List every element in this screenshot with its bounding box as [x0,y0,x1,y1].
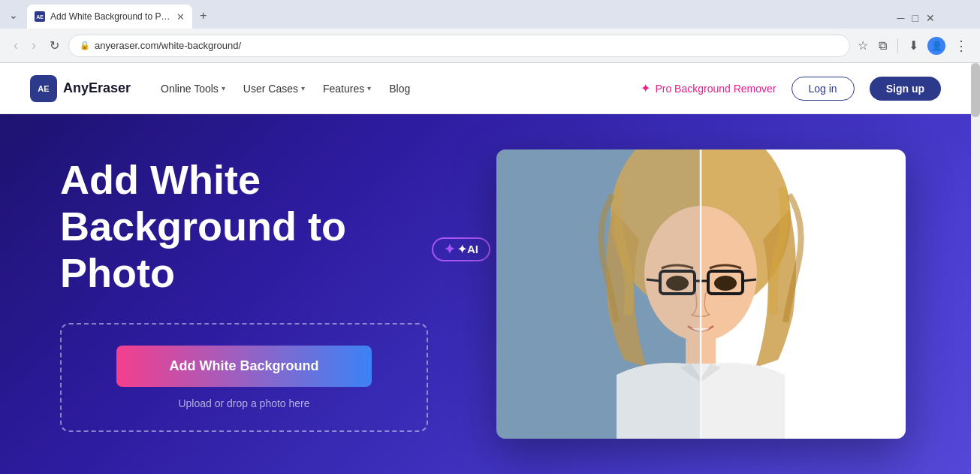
svg-point-12 [714,276,737,291]
address-lock-icon: 🔒 [80,41,90,50]
signup-btn[interactable]: Sign up [870,77,941,101]
page-wrapper: ⌄ AE Add White Background to Pho: ✕ + ─ … [0,0,980,474]
nav-user-cases[interactable]: User Cases ▾ [243,83,305,95]
chrome-menu-btn[interactable]: ⋮ [951,35,971,57]
svg-line-10 [743,279,756,281]
ai-badge: ✦ ✦AI [432,237,490,262]
scrollbar-thumb[interactable] [971,63,980,117]
forward-btn[interactable]: › [27,35,41,56]
upload-zone[interactable]: Add White Background Upload or drop a ph… [60,323,428,432]
pro-bg-remover-label: Pro Background Remover [655,83,776,95]
logo-icon: AE [30,75,57,102]
extensions-btn[interactable]: ⧉ [876,36,890,56]
new-tab-btn[interactable]: + [195,9,211,23]
tab-close-btn[interactable]: ✕ [176,11,185,23]
nav-online-tools[interactable]: Online Tools ▾ [161,83,225,95]
features-chevron-icon: ▾ [367,84,371,92]
online-tools-chevron-icon: ▾ [222,84,225,92]
tab-title: Add White Background to Pho: [50,11,170,22]
scrollbar-track [971,63,980,474]
pro-bg-remover-link[interactable]: ✦ Pro Background Remover [641,81,776,95]
add-white-bg-btn[interactable]: Add White Background [116,346,372,387]
nav-blog[interactable]: Blog [389,83,410,95]
user-cases-chevron-icon: ▾ [301,84,305,92]
hero-left: Add White Background to Photo ✦ ✦AI Add … [60,156,490,432]
hero-section: Add White Background to Photo ✦ ✦AI Add … [0,114,971,474]
hero-right [490,149,911,439]
window-minimize-btn[interactable]: ─ [897,12,905,24]
site-logo[interactable]: AE AnyEraser [30,75,131,102]
ai-badge-plus: ✦ [444,242,455,258]
tab-favicon: AE [35,11,45,22]
address-bar[interactable]: 🔒 anyeraser.com/white-background/ [68,35,850,57]
bookmark-btn[interactable]: ☆ [855,35,871,56]
reload-btn[interactable]: ↻ [45,35,64,56]
pro-bg-remover-icon: ✦ [641,81,650,95]
window-maximize-btn[interactable]: □ [912,12,918,24]
hero-title: Add White Background to Photo ✦ ✦AI [60,156,490,296]
nav-links: Online Tools ▾ User Cases ▾ Features ▾ B… [161,83,410,95]
window-close-btn[interactable]: ✕ [926,12,935,24]
comparison-image [496,149,906,439]
upload-hint: Upload or drop a photo here [178,397,309,409]
profile-btn[interactable]: 👤 [926,35,947,56]
tab-list-btn[interactable]: ⌄ [6,8,21,23]
nav-features[interactable]: Features ▾ [323,83,371,95]
active-tab[interactable]: AE Add White Background to Pho: ✕ [27,5,192,29]
site-content: AE AnyEraser Online Tools ▾ User Cases ▾… [0,63,971,474]
browser-chrome: ⌄ AE Add White Background to Pho: ✕ + ─ … [0,0,980,63]
login-btn[interactable]: Log in [792,77,855,101]
before-after-svg [496,149,906,439]
hero-title-line2: Background to Photo ✦ ✦AI [60,203,490,296]
back-btn[interactable]: ‹ [9,35,23,56]
brand-name: AnyEraser [63,80,131,96]
hero-title-line1: Add White [60,156,490,203]
site-nav: AE AnyEraser Online Tools ▾ User Cases ▾… [0,63,971,114]
svg-rect-14 [496,149,701,439]
download-btn[interactable]: ⬇ [906,35,921,56]
address-url: anyeraser.com/white-background/ [95,40,839,51]
